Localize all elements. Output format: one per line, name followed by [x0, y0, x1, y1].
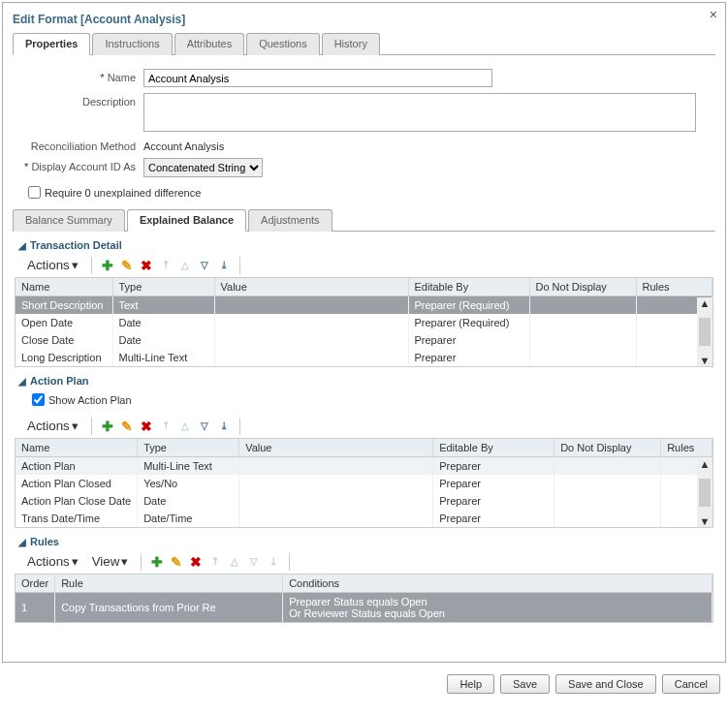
tab-questions[interactable]: Questions: [246, 33, 320, 55]
main-tabs: Properties Instructions Attributes Quest…: [13, 32, 715, 55]
col-order[interactable]: Order: [16, 575, 55, 593]
save-button[interactable]: Save: [500, 674, 550, 694]
col-rules[interactable]: Rules: [636, 278, 712, 296]
reconciliation-method-label: Reconciliation Method: [13, 138, 143, 152]
table-cell: Open Date: [16, 314, 112, 331]
table-row[interactable]: Trans Date/TimeDate/TimePreparer: [16, 510, 712, 527]
move-top-icon[interactable]: ⤒: [158, 419, 174, 434]
edit-icon[interactable]: ✎: [119, 419, 135, 434]
table-cell: Preparer: [408, 349, 529, 366]
col-do-not-display[interactable]: Do Not Display: [554, 439, 661, 457]
table-cell: Date: [138, 492, 239, 510]
close-icon[interactable]: ×: [710, 7, 717, 22]
display-account-id-label: Display Account ID As: [13, 158, 143, 172]
delete-icon[interactable]: ✖: [188, 554, 204, 570]
name-label: Name: [13, 69, 143, 83]
table-row[interactable]: Action PlanMulti-Line TextPreparer: [16, 457, 712, 476]
move-up-icon[interactable]: △: [227, 554, 242, 570]
add-icon[interactable]: ✚: [100, 258, 115, 273]
table-row[interactable]: Short DescriptionTextPreparer (Required): [16, 296, 712, 315]
table-cell: Preparer: [433, 457, 554, 476]
table-cell: Multi-Line Text: [138, 457, 239, 476]
table-row[interactable]: 1Copy Transactions from Prior RePreparer…: [16, 593, 712, 623]
actions-menu-button[interactable]: Actions ▾: [22, 416, 83, 436]
table-cell: [239, 492, 433, 510]
show-action-plan-checkbox[interactable]: [32, 393, 45, 406]
save-and-close-button[interactable]: Save and Close: [555, 674, 656, 694]
col-value[interactable]: Value: [214, 278, 408, 296]
view-menu-button[interactable]: View ▾: [87, 551, 134, 572]
edit-icon[interactable]: ✎: [119, 258, 135, 273]
add-icon[interactable]: ✚: [100, 419, 115, 434]
move-down-icon[interactable]: ▽: [246, 554, 262, 570]
move-top-icon[interactable]: ⤒: [207, 554, 223, 570]
tab-history[interactable]: History: [322, 33, 380, 55]
separator: [239, 418, 240, 435]
tab-instructions[interactable]: Instructions: [92, 33, 172, 55]
col-do-not-display[interactable]: Do Not Display: [529, 278, 636, 296]
subtab-balance-summary[interactable]: Balance Summary: [13, 209, 125, 232]
cancel-button[interactable]: Cancel: [662, 674, 720, 694]
move-bottom-icon[interactable]: ⤓: [216, 258, 232, 273]
require-zero-label: Require 0 unexplained difference: [45, 187, 201, 199]
move-down-icon[interactable]: ▽: [197, 419, 212, 434]
rules-table-wrap: Order Rule Conditions 1Copy Transactions…: [15, 574, 713, 623]
col-name[interactable]: Name: [16, 439, 138, 457]
table-cell: [529, 331, 636, 349]
description-input[interactable]: [143, 93, 696, 132]
tab-attributes[interactable]: Attributes: [174, 33, 244, 55]
show-action-plan-label: Show Action Plan: [48, 394, 132, 406]
display-account-id-select[interactable]: Concatenated String: [143, 158, 263, 177]
collapse-icon[interactable]: ◢: [18, 537, 26, 547]
table-cell: Trans Date/Time: [16, 510, 138, 527]
col-editable-by[interactable]: Editable By: [408, 278, 529, 296]
move-up-icon[interactable]: △: [177, 419, 193, 434]
col-editable-by[interactable]: Editable By: [433, 439, 554, 457]
scrollbar[interactable]: ▲▼: [697, 458, 712, 527]
subtab-adjustments[interactable]: Adjustments: [248, 209, 332, 232]
move-down-icon[interactable]: ▽: [197, 258, 212, 273]
col-rule[interactable]: Rule: [55, 575, 283, 593]
table-row[interactable]: Close DateDatePreparer: [16, 331, 712, 349]
table-cell: Preparer (Required): [408, 296, 529, 315]
table-cell: Close Date: [16, 331, 112, 349]
move-up-icon[interactable]: △: [177, 258, 193, 273]
table-cell: Preparer Status equals Open Or Reviewer …: [283, 593, 712, 623]
table-cell: [214, 349, 408, 366]
table-cell: Date: [112, 331, 214, 349]
add-icon[interactable]: ✚: [149, 554, 165, 570]
col-value[interactable]: Value: [239, 439, 433, 457]
separator: [239, 257, 240, 274]
chevron-down-icon: ▾: [121, 554, 128, 569]
delete-icon[interactable]: ✖: [139, 419, 154, 434]
tab-properties[interactable]: Properties: [13, 33, 90, 55]
collapse-icon[interactable]: ◢: [18, 376, 26, 387]
actions-menu-button[interactable]: Actions ▾: [22, 255, 83, 275]
table-cell: [214, 296, 408, 315]
help-button[interactable]: Help: [447, 674, 494, 694]
col-conditions[interactable]: Conditions: [283, 575, 712, 593]
delete-icon[interactable]: ✖: [139, 258, 154, 273]
col-type[interactable]: Type: [138, 439, 239, 457]
name-input[interactable]: [143, 69, 492, 87]
col-rules[interactable]: Rules: [661, 439, 712, 457]
scrollbar[interactable]: ▲▼: [697, 297, 712, 366]
edit-icon[interactable]: ✎: [169, 554, 184, 570]
table-row[interactable]: Open DateDatePreparer (Required): [16, 314, 712, 331]
col-name[interactable]: Name: [16, 278, 112, 296]
dialog-title: Edit Format [Account Analysis]: [13, 11, 715, 32]
move-top-icon[interactable]: ⤒: [158, 258, 174, 273]
table-cell: 1: [16, 593, 55, 623]
require-zero-checkbox[interactable]: [28, 186, 41, 199]
table-row[interactable]: Long DescriptionMulti-Line TextPreparer: [16, 349, 712, 366]
collapse-icon[interactable]: ◢: [18, 240, 26, 251]
actions-menu-button[interactable]: Actions ▾: [22, 551, 83, 572]
action-plan-table: Name Type Value Editable By Do Not Displ…: [16, 439, 712, 527]
transaction-table-wrap: Name Type Value Editable By Do Not Displ…: [15, 277, 713, 367]
move-bottom-icon[interactable]: ⤓: [216, 419, 232, 434]
subtab-explained-balance[interactable]: Explained Balance: [127, 209, 246, 232]
move-bottom-icon[interactable]: ⤓: [266, 554, 281, 570]
table-row[interactable]: Action Plan ClosedYes/NoPreparer: [16, 475, 712, 492]
col-type[interactable]: Type: [112, 278, 214, 296]
table-row[interactable]: Action Plan Close DateDatePreparer: [16, 492, 712, 510]
